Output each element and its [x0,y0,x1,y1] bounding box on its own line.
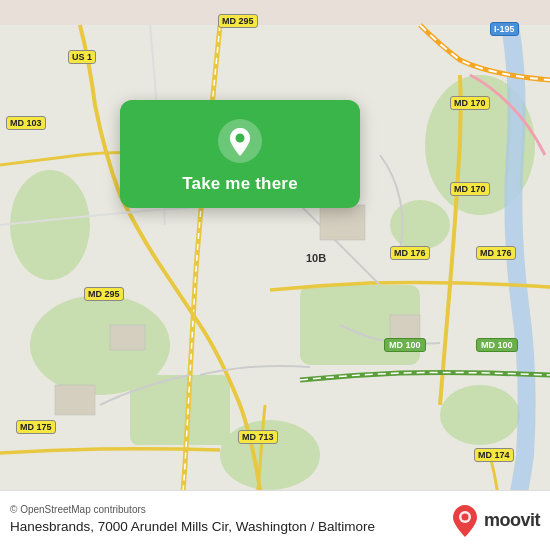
svg-rect-12 [390,315,420,340]
svg-point-5 [10,170,90,280]
location-pin-icon [217,118,263,164]
road-badge-md100-right: MD 100 [476,338,518,352]
svg-point-2 [390,200,450,250]
road-badge-md100-mid: MD 100 [384,338,426,352]
svg-point-8 [440,385,520,445]
svg-rect-11 [320,205,365,240]
road-badge-md174: MD 174 [474,448,514,462]
road-badge-md713: MD 713 [238,430,278,444]
road-label-10b: 10B [306,252,326,264]
map-container: I-195 US 1 MD 295 MD 103 MD 170 MD 170 M… [0,0,550,550]
svg-rect-10 [110,325,145,350]
take-me-there-overlay[interactable]: Take me there [120,100,360,208]
road-badge-i195: I-195 [490,22,519,36]
road-badge-md175: MD 175 [16,420,56,434]
take-me-there-button[interactable]: Take me there [182,174,298,194]
road-badge-us1: US 1 [68,50,96,64]
location-title: Hanesbrands, 7000 Arundel Mills Cir, Was… [10,518,441,537]
osm-credit: © OpenStreetMap contributors [10,504,441,515]
road-badge-md295-left: MD 295 [84,287,124,301]
svg-rect-9 [55,385,95,415]
bottom-bar: © OpenStreetMap contributors Hanesbrands… [0,490,550,550]
svg-point-17 [461,513,468,520]
moovit-text: moovit [484,510,540,531]
map-background [0,0,550,550]
svg-point-15 [236,134,245,143]
road-badge-md103: MD 103 [6,116,46,130]
road-badge-md170-mid: MD 170 [450,182,490,196]
road-badge-md295-top: MD 295 [218,14,258,28]
road-badge-md176: MD 176 [390,246,430,260]
moovit-pin-icon [451,504,479,538]
moovit-logo: moovit [451,504,540,538]
road-badge-md176-r: MD 176 [476,246,516,260]
road-badge-md170-top: MD 170 [450,96,490,110]
bottom-left-info: © OpenStreetMap contributors Hanesbrands… [10,504,441,537]
svg-rect-6 [130,375,230,445]
